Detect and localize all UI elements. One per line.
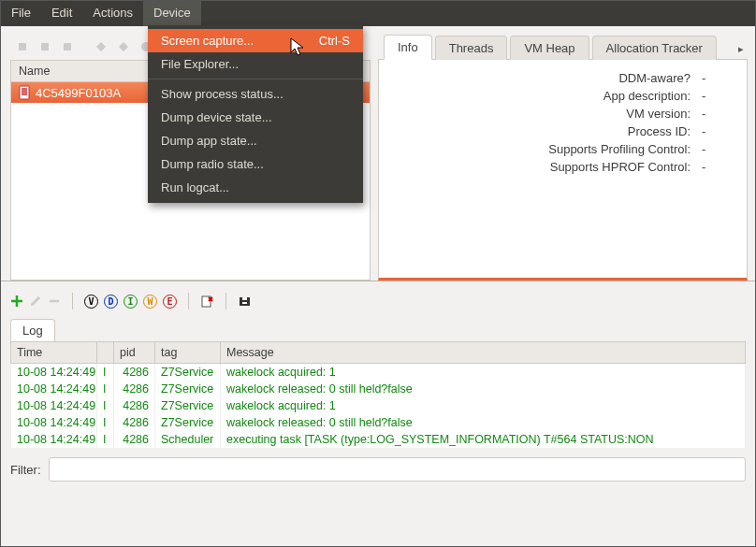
edit-filter-icon[interactable] — [29, 295, 42, 308]
logcat-toolbar: V D I W E — [10, 289, 746, 313]
level-error-icon[interactable]: E — [163, 295, 177, 309]
menu-item-run-logcat[interactable]: Run logcat... — [148, 176, 363, 199]
menu-item-file-explorer[interactable]: File Explorer... — [148, 52, 363, 76]
tab-vm-heap[interactable]: VM Heap — [510, 36, 589, 60]
menu-item-dump-app-state[interactable]: Dump app state... — [148, 129, 363, 152]
log-row[interactable]: 10-08 14:24:49.I4286Z7Servicewakelock re… — [10, 381, 746, 397]
device-id: 4C5499F0103A — [36, 86, 121, 100]
level-debug-icon[interactable]: D — [104, 295, 118, 309]
dump-hprof-icon[interactable] — [59, 38, 76, 55]
level-info-icon[interactable]: I — [124, 295, 138, 309]
info-key: VM version: — [503, 107, 691, 121]
log-row[interactable]: 10-08 14:24:49.I4286Z7Servicewakelock re… — [10, 414, 746, 431]
info-key: DDM-aware? — [503, 71, 691, 85]
menu-item-label: Dump app state... — [161, 134, 257, 148]
info-row: Process ID:- — [396, 122, 730, 140]
log-table: Time pid tag Message 10-08 14:24:49.I428… — [10, 341, 746, 448]
filter-input[interactable] — [49, 457, 747, 482]
log-header-row: Time pid tag Message — [11, 342, 746, 364]
menu-device[interactable]: Device — [143, 1, 201, 26]
add-filter-icon[interactable] — [10, 295, 23, 308]
info-tab-content: DDM-aware?- App description:- VM version… — [378, 60, 748, 281]
level-verbose-icon[interactable]: V — [84, 295, 98, 309]
log-col-level[interactable] — [97, 342, 114, 364]
log-body[interactable]: 10-08 14:24:49.I4286Z7Servicewakelock ac… — [10, 364, 746, 448]
menu-item-dump-radio-state[interactable]: Dump radio state... — [148, 152, 363, 176]
log-col-time[interactable]: Time — [11, 342, 97, 364]
menu-file[interactable]: File — [1, 1, 41, 26]
log-level-filters: V D I W E — [84, 295, 177, 309]
info-value: - — [702, 107, 730, 121]
filter-label: Filter: — [10, 463, 41, 477]
menu-actions[interactable]: Actions — [82, 1, 143, 26]
menu-item-screen-capture[interactable]: Screen capture... Ctrl-S — [148, 29, 363, 52]
update-threads-icon[interactable] — [115, 38, 132, 55]
menu-item-dump-device-state[interactable]: Dump device state... — [148, 106, 363, 129]
info-value: - — [702, 71, 730, 85]
menu-edit[interactable]: Edit — [41, 1, 82, 26]
menu-item-accel: Ctrl-S — [319, 34, 350, 48]
debug-icon[interactable] — [14, 38, 31, 55]
info-row: VM version:- — [396, 105, 730, 122]
menu-item-show-process-status[interactable]: Show process status... — [148, 82, 363, 106]
info-value: - — [702, 89, 730, 103]
svg-rect-2 — [64, 43, 71, 50]
clear-log-icon[interactable] — [200, 295, 214, 309]
info-tabstrip: Info Threads VM Heap Allocation Tracker … — [378, 34, 748, 60]
info-value: - — [702, 142, 730, 156]
info-key: Process ID: — [503, 124, 691, 138]
info-row: Supports Profiling Control:- — [396, 140, 730, 158]
svg-rect-6 — [22, 88, 27, 95]
info-key: App description: — [503, 89, 691, 103]
tab-allocation-tracker[interactable]: Allocation Tracker — [592, 36, 717, 60]
device-icon — [19, 85, 30, 100]
svg-rect-1 — [41, 43, 49, 50]
tab-log[interactable]: Log — [10, 319, 55, 341]
info-pane: Info Threads VM Heap Allocation Tracker … — [371, 26, 755, 281]
info-row: Supports HPROF Control:- — [396, 158, 730, 176]
info-value: - — [702, 124, 730, 138]
menu-item-label: Run logcat... — [161, 180, 229, 194]
info-key: Supports Profiling Control: — [503, 142, 691, 156]
info-value: - — [702, 160, 730, 174]
export-log-icon[interactable] — [238, 295, 252, 309]
info-row: App description:- — [396, 87, 730, 105]
svg-rect-8 — [242, 302, 247, 304]
menu-item-label: Screen capture... — [161, 34, 254, 48]
delete-filter-icon[interactable] — [48, 295, 61, 308]
cause-gc-icon[interactable] — [93, 38, 109, 55]
log-col-tag[interactable]: tag — [155, 342, 221, 364]
logcat-panel: V D I W E Log Time pid tag Message — [1, 281, 755, 491]
filter-row: Filter: — [10, 457, 746, 482]
info-row: DDM-aware?- — [396, 69, 730, 87]
menu-item-label: Dump radio state... — [161, 157, 264, 171]
tab-overflow-right-icon[interactable]: ▸ — [734, 43, 748, 59]
menu-item-label: Show process status... — [161, 87, 284, 101]
update-heap-icon[interactable] — [36, 38, 53, 55]
log-row[interactable]: 10-08 14:24:49.I4286Z7Servicewakelock ac… — [10, 397, 746, 414]
log-tabstrip: Log — [10, 319, 746, 341]
log-row[interactable]: 10-08 14:24:49.I4286Z7Servicewakelock ac… — [10, 364, 746, 381]
menubar: File Edit Actions Device — [1, 1, 755, 26]
info-key: Supports HPROF Control: — [503, 160, 691, 174]
top-panel: Name 4C5499F0103A Info Threads VM Heap A… — [1, 26, 755, 281]
log-row[interactable]: 10-08 14:24:49.I4286Schedulerexecuting t… — [10, 431, 746, 448]
tab-info[interactable]: Info — [384, 35, 432, 60]
menu-item-label: File Explorer... — [161, 57, 239, 71]
log-col-message[interactable]: Message — [221, 342, 746, 364]
svg-rect-0 — [19, 43, 26, 50]
tab-threads[interactable]: Threads — [435, 36, 508, 60]
level-warn-icon[interactable]: W — [143, 295, 157, 309]
log-col-pid[interactable]: pid — [114, 342, 155, 364]
device-menu-dropdown: Screen capture... Ctrl-S File Explorer..… — [148, 25, 363, 203]
menu-item-label: Dump device state... — [161, 110, 272, 124]
menu-separator — [148, 79, 363, 79]
